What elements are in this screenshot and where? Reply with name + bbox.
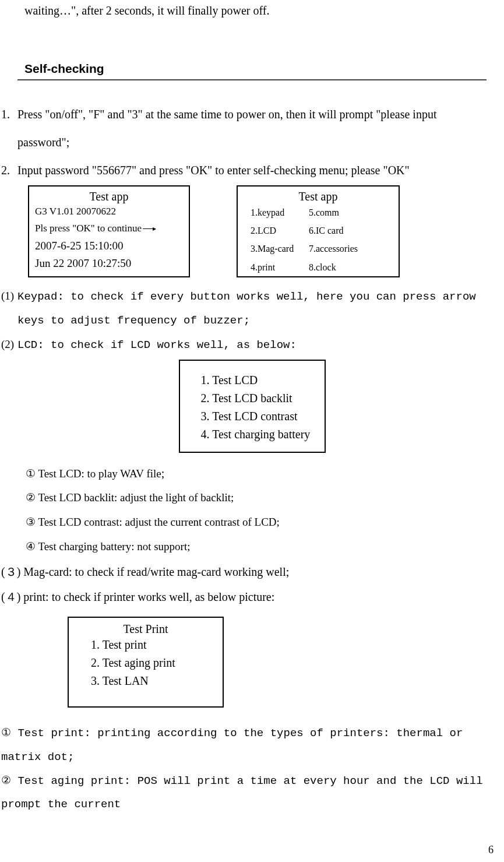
screen-box-lcd-menu: 1. Test LCD 2. Test LCD backlit 3. Test … <box>179 360 326 453</box>
screen-box-testapp-2: Test app 1.keypad5.comm 2.LCD6.IC card 3… <box>237 185 400 277</box>
lcd-sub-1: ① Test LCD: to play WAV file; <box>26 461 487 487</box>
step-1: 1.Press "on/off", "F" and "3" at the sam… <box>1 100 487 156</box>
section-heading: Self-checking <box>24 62 487 76</box>
item-3-magcard: (３) Mag-card: to check if read/write mag… <box>1 560 487 585</box>
box1-line4: Jun 22 2007 10:27:50 <box>35 255 183 272</box>
box1-line2: Pls press "OK" to continue <box>35 220 183 237</box>
step-2-text: Input password "556677" and press "OK" t… <box>17 164 410 177</box>
step-1-number: 1. <box>1 100 17 128</box>
step-1-text: Press "on/off", "F" and "3" at the same … <box>17 108 436 149</box>
box4-line: 1. Test print <box>76 636 216 654</box>
box3-line: 1. Test LCD <box>188 371 316 389</box>
item-1-keypad: (1)Keypad: to check if every button work… <box>1 284 487 333</box>
box4-line: 3. Test LAN <box>76 672 216 690</box>
box4-line: 2. Test aging print <box>76 654 216 672</box>
box3-line: 4. Test charging battery <box>188 425 316 444</box>
arrow-right-icon <box>143 228 156 229</box>
item-2-lcd: (2)LCD: to check if LCD works well, as b… <box>1 333 487 357</box>
box1-title: Test app <box>35 190 183 203</box>
section-rule <box>17 79 487 80</box>
box2-row: 4.print8.clock <box>244 258 393 276</box>
box3-line: 2. Test LCD backlit <box>188 389 316 407</box>
prev-page-fragment: waiting…", after 2 seconds, it will fina… <box>24 0 487 19</box>
box3-line: 3. Test LCD contrast <box>188 407 316 425</box>
page-number: 6 <box>488 844 494 856</box>
lcd-sub-3: ③ Test LCD contrast: adjust the current … <box>26 511 487 535</box>
screen-box-print-menu: Test Print 1. Test print 2. Test aging p… <box>68 617 224 708</box>
item-4-print: (４) print: to check if printer works wel… <box>1 585 487 610</box>
print-sub-1: ① Test print: printing according to the … <box>1 722 487 769</box>
box4-title: Test Print <box>76 622 216 636</box>
step-2-number: 2. <box>1 156 17 184</box>
box1-line3: 2007-6-25 15:10:00 <box>35 237 183 255</box>
step-2: 2.Input password "556677" and press "OK"… <box>1 156 487 184</box>
box2-row: 3.Mag-card7.accessories <box>244 240 393 258</box>
print-sub-2: ② Test aging print: POS will print a tim… <box>1 769 487 817</box>
box2-row: 1.keypad5.comm <box>244 203 393 221</box>
box2-row: 2.LCD6.IC card <box>244 221 393 240</box>
lcd-sub-4: ④ Test charging battery: not support; <box>26 535 487 560</box>
lcd-sub-2: ② Test LCD backlit: adjust the light of … <box>26 486 487 511</box>
screen-box-testapp-1: Test app G3 V1.01 20070622 Pls press "OK… <box>28 185 190 277</box>
box2-title: Test app <box>244 190 393 203</box>
box1-line1: G3 V1.01 20070622 <box>35 203 183 220</box>
